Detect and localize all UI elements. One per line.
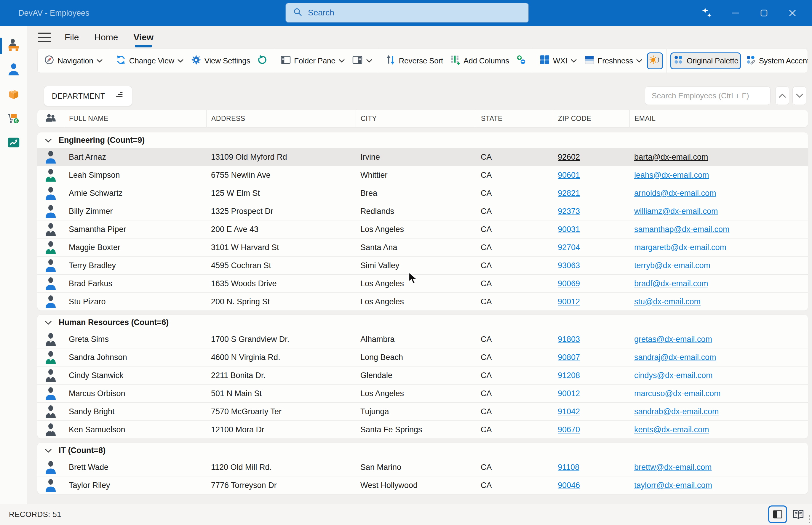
zip-link[interactable]: 90012 (558, 297, 580, 306)
table-row[interactable]: Leah Simpson6755 Newlin AveWhittierCA906… (37, 166, 808, 184)
table-row[interactable]: Sandra Johnson4600 N Virginia Rd.Long Be… (37, 348, 808, 366)
sparkle-icon[interactable] (693, 0, 721, 26)
group-header[interactable]: Human Resources (Count=6) (37, 315, 808, 330)
zip-link[interactable]: 92602 (558, 153, 580, 162)
department-group-button[interactable]: DEPARTMENT (44, 86, 132, 106)
zip-link[interactable]: 90046 (558, 481, 580, 490)
table-row[interactable]: Taylor Riley7776 Torreyson DrWest Hollyw… (37, 476, 808, 494)
email-link[interactable]: taylorr@dx-email.com (634, 481, 712, 490)
table-row[interactable]: Brett Wade1120 Old Mill Rd.San MarinoCA9… (37, 458, 808, 476)
group-header[interactable]: Engineering (Count=9) (37, 132, 808, 148)
minimize-button[interactable] (721, 0, 750, 26)
table-row[interactable]: Maggie Boxter3101 W Harvard StSanta AnaC… (37, 238, 808, 256)
zip-link[interactable]: 92704 (558, 243, 580, 252)
table-row[interactable]: Greta Sims1700 S Grandview Dr.AlhambraCA… (37, 330, 808, 348)
table-row[interactable]: Arnie Schwartz125 W Elm StBreaCA92821arn… (37, 184, 808, 202)
email-link[interactable]: kents@dx-email.com (634, 425, 709, 434)
cell-state: CA (476, 243, 553, 252)
employee-search-box[interactable] (645, 87, 770, 105)
table-row[interactable]: Sandy Bright7570 McGroarty TerTujungaCA9… (37, 402, 808, 420)
freshness-button[interactable]: Freshness (582, 52, 645, 69)
table-row[interactable]: Marcus Orbison501 N Main StLos AngelesCA… (37, 384, 808, 402)
column-header-address[interactable]: ADDRESS (206, 110, 356, 127)
column-header-state[interactable]: STATE (476, 110, 553, 127)
table-row[interactable]: Bart Arnaz13109 Old Myford RdIrvineCA926… (37, 148, 808, 166)
table-row[interactable]: Brad Farkus1635 Woods DriveLos AngelesCA… (37, 274, 808, 292)
add-columns-button[interactable]: Add Columns (447, 52, 511, 69)
zip-link[interactable]: 90012 (558, 389, 580, 398)
column-header-full-name[interactable]: FULL NAME (64, 110, 206, 127)
navigation-button[interactable]: Navigation (41, 52, 105, 69)
reading-view-button[interactable] (789, 506, 808, 523)
sidebar-item-employees[interactable] (0, 34, 27, 58)
column-header-city[interactable]: CITY (356, 110, 476, 127)
search-next-button[interactable] (793, 87, 806, 105)
cell-email: stu@dx-email.com (629, 297, 808, 306)
tab-home[interactable]: Home (92, 26, 120, 49)
zip-link[interactable]: 93063 (558, 261, 580, 270)
reading-pane-button[interactable] (349, 52, 375, 69)
tab-view[interactable]: View (132, 26, 155, 49)
email-link[interactable]: sandrab@dx-email.com (634, 407, 719, 416)
email-link[interactable]: leahs@dx-email.com (634, 171, 709, 180)
sidebar-item-customers[interactable] (0, 58, 27, 82)
sidebar-item-sales[interactable]: $ (0, 107, 27, 131)
email-link[interactable]: barta@dx-email.com (634, 153, 708, 162)
zip-link[interactable]: 90069 (558, 279, 580, 288)
email-link[interactable]: marcuso@dx-email.com (634, 389, 720, 398)
email-link[interactable]: stu@dx-email.com (634, 297, 701, 306)
change-view-button[interactable]: Change View (113, 52, 186, 69)
hamburger-menu-icon[interactable] (38, 33, 51, 42)
email-link[interactable]: bradf@dx-email.com (634, 279, 708, 288)
wxi-button[interactable]: WXI (537, 52, 580, 69)
sidebar-item-products[interactable] (0, 82, 27, 107)
table-row[interactable]: Terry Bradley4595 Cochran StSimi ValleyC… (37, 256, 808, 274)
table-row[interactable]: Cindy Stanwick2211 Bonita Dr.GlendaleCA9… (37, 366, 808, 384)
cell-zip-code: 90046 (553, 481, 629, 490)
expand-collapse-button[interactable] (513, 52, 529, 69)
email-link[interactable]: williamz@dx-email.com (634, 207, 718, 216)
email-link[interactable]: samanthap@dx-email.com (634, 225, 730, 234)
zip-link[interactable]: 91108 (558, 463, 580, 472)
table-row[interactable]: Billy Zimmer1325 Prospect DrRedlandsCA92… (37, 202, 808, 220)
original-palette-button[interactable]: Original Palette (670, 52, 741, 69)
zip-link[interactable]: 91208 (558, 371, 580, 380)
sun-moon-button[interactable] (647, 52, 663, 69)
reset-button[interactable] (254, 52, 270, 69)
view-settings-button[interactable]: View Settings (188, 52, 253, 69)
column-header-email[interactable]: EMAIL (629, 110, 808, 127)
split-view-button[interactable] (768, 506, 787, 523)
table-row[interactable]: Ken Samuelson12100 Mora DrSanta Fe Sprin… (37, 420, 808, 438)
zip-link[interactable]: 90807 (558, 353, 580, 362)
table-row[interactable]: Stu Pizaro200 N. Spring StLos AngelesCA9… (37, 292, 808, 311)
email-link[interactable]: cindys@dx-email.com (634, 371, 712, 380)
email-link[interactable]: sandraj@dx-email.com (634, 353, 716, 362)
zip-link[interactable]: 90601 (558, 171, 580, 180)
column-header-zip-code[interactable]: ZIP CODE (553, 110, 629, 127)
group-header[interactable]: IT (Count=8) (37, 442, 808, 458)
maximize-button[interactable] (750, 0, 778, 26)
zip-link[interactable]: 91803 (558, 335, 580, 344)
email-link[interactable]: brettw@dx-email.com (634, 463, 711, 472)
resize-grip[interactable] (809, 515, 810, 523)
system-accent-color-button[interactable]: System Accent Color (743, 52, 808, 69)
table-row[interactable]: Samantha Piper200 E Ave 43Los AngelesCA9… (37, 220, 808, 238)
tab-file[interactable]: File (63, 26, 80, 49)
folder-pane-button[interactable]: Folder Pane (278, 52, 347, 69)
global-search-input[interactable] (307, 8, 521, 18)
search-previous-button[interactable] (775, 87, 789, 105)
email-link[interactable]: arnolds@dx-email.com (634, 189, 716, 198)
global-search-box[interactable] (285, 3, 529, 23)
zip-link[interactable]: 91042 (558, 407, 580, 416)
employee-search-input[interactable] (651, 91, 764, 101)
zip-link[interactable]: 90670 (558, 425, 580, 434)
zip-link[interactable]: 92373 (558, 207, 580, 216)
email-link[interactable]: terryb@dx-email.com (634, 261, 710, 270)
zip-link[interactable]: 92821 (558, 189, 580, 198)
reverse-sort-button[interactable]: Reverse Sort (382, 52, 446, 69)
email-link[interactable]: margaretb@dx-email.com (634, 243, 726, 252)
close-button[interactable] (778, 0, 807, 26)
zip-link[interactable]: 90031 (558, 225, 580, 234)
email-link[interactable]: gretas@dx-email.com (634, 335, 712, 344)
sidebar-item-reports[interactable] (0, 131, 27, 155)
